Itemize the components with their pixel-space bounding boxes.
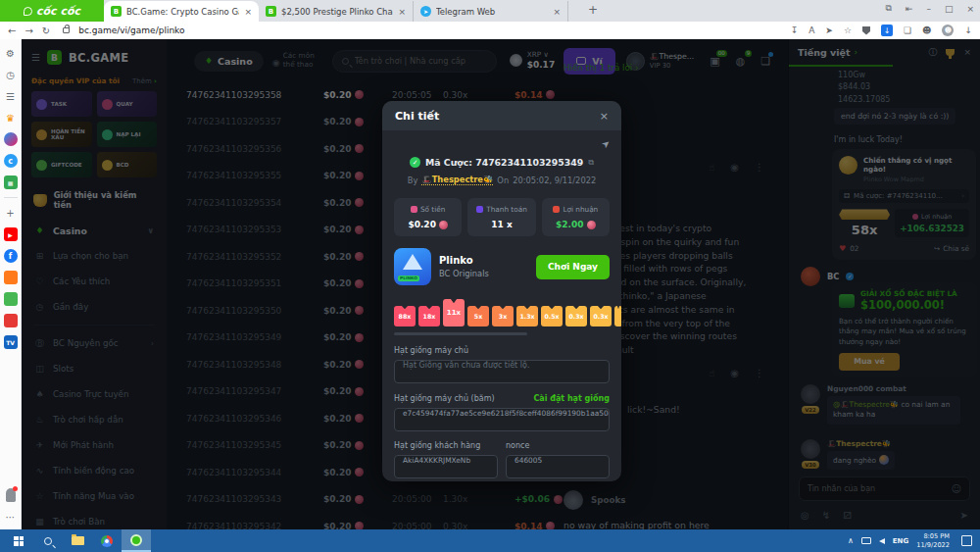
unread-dot	[13, 486, 18, 491]
stat-payout: Thanh toán 11 x	[467, 198, 535, 236]
share-icon[interactable]: ➤	[825, 25, 833, 35]
download-extension-icon[interactable]: ↓	[881, 25, 893, 36]
bookmark-star-icon[interactable]: ☆	[844, 25, 852, 35]
tab-close-icon[interactable]: ×	[553, 7, 561, 17]
input-language[interactable]: ENG	[893, 537, 908, 545]
reload-icon[interactable]: ↻	[42, 25, 50, 36]
profile-avatar[interactable]: ☻	[942, 25, 954, 36]
stat-profit: Lợi nhuận $2.00	[542, 198, 610, 236]
client-seed-field[interactable]: AkiA4XKKRJMXeNb	[394, 455, 498, 478]
server-seed-label: Hạt giống máy chủ	[394, 346, 468, 355]
taskbar-search-icon[interactable]	[33, 529, 63, 552]
tray-expand-icon[interactable]: ∧	[848, 536, 854, 545]
start-button[interactable]	[4, 529, 33, 552]
more-icon[interactable]: ⋯	[4, 510, 18, 524]
on-label: On	[497, 176, 509, 185]
coccoc-logo-icon	[24, 7, 32, 16]
new-tab-button[interactable]: +	[588, 3, 598, 17]
url-text[interactable]: bc.game/vi/game/plinko	[78, 25, 184, 35]
bet-id-value: 74762341103295349	[475, 157, 583, 168]
bet-details-modal: Chi tiết × ➤ ✓ Mã Cược: 7476234110329534…	[382, 101, 621, 481]
tab-close-icon[interactable]: ×	[398, 7, 406, 17]
multiplier-chip[interactable]: 5x	[467, 306, 489, 326]
facebook-icon[interactable]: f	[4, 249, 18, 263]
back-icon[interactable]: ←	[8, 25, 16, 36]
boss-key-icon[interactable]: ⇤	[906, 4, 913, 14]
minimize-button[interactable]: –	[926, 4, 931, 14]
extension-icon[interactable]: ❏	[904, 25, 911, 35]
chips-scrollbar[interactable]	[394, 332, 527, 335]
seed-settings-link[interactable]: Cài đặt hạt giống	[533, 394, 610, 403]
maximize-button[interactable]: □	[945, 4, 954, 14]
plinko-game-tile[interactable]: PLINKO	[394, 248, 431, 285]
translate-icon[interactable]: A	[808, 25, 814, 35]
bcgame-favicon: B	[111, 6, 122, 17]
save-page-icon[interactable]: ↧	[791, 25, 799, 35]
multiplier-chip[interactable]: 1.3x	[516, 306, 538, 326]
multiplier-chip[interactable]: 0.3x	[565, 306, 587, 326]
tab-close-icon[interactable]: ×	[244, 7, 252, 17]
player-link[interactable]: 🎩Thespectre🐝	[421, 175, 493, 185]
app-green-icon[interactable]	[4, 292, 18, 306]
app-orange-icon[interactable]	[4, 271, 18, 284]
downloads-icon[interactable]: ↓	[964, 25, 972, 35]
app-red-icon[interactable]	[4, 314, 18, 327]
multiplier-chip[interactable]: 0.5x	[541, 306, 563, 326]
taskbar-clock[interactable]: 8:05 PM 11/9/2022	[916, 532, 950, 550]
multiplier-chip[interactable]: 0.3x	[590, 306, 612, 326]
server-seed-field[interactable]: Hạt Giống vẫn chưa được tiết lộ.	[394, 360, 610, 383]
adblock-shield-icon[interactable]	[862, 26, 870, 35]
multiplier-chip[interactable]: 88x	[394, 306, 416, 326]
modal-close-icon[interactable]: ×	[600, 110, 609, 123]
copy-icon[interactable]: ⧉	[588, 158, 594, 168]
game-name: Plinko	[439, 255, 528, 266]
action-center-icon[interactable]	[961, 535, 972, 546]
pip-icon[interactable]: ⧉	[885, 3, 891, 14]
bet-id-label: Mã Cược:	[425, 157, 472, 168]
share-bet-icon[interactable]: ➤	[599, 137, 612, 151]
address-bar[interactable]: ← → ↻ bc.game/vi/game/plinko ↧ A ➤ ☆ ↓ ❏…	[0, 22, 980, 39]
multiplier-chip[interactable]: 3x	[492, 306, 514, 326]
play-now-button[interactable]: Chơi Ngay	[536, 255, 610, 279]
chrome-icon[interactable]	[92, 529, 122, 552]
people-icon[interactable]: ☻	[922, 25, 931, 35]
browser-tab[interactable]: BBC.Game: Crypto Casino Ga×	[104, 1, 259, 22]
tab-title: Telegram Web	[436, 7, 548, 17]
bet-timestamp: 20:05:02, 9/11/2022	[513, 176, 596, 185]
coccoc-sidebar: ⚙◷☰♛c▦+▶fTV⋯	[0, 39, 22, 529]
browser-tab[interactable]: B$2,500 Prestige Plinko Challe×	[259, 1, 414, 22]
lock-icon	[63, 27, 70, 33]
settings-icon[interactable]: ⚙	[4, 46, 18, 60]
verified-shield-icon: ✓	[410, 157, 420, 168]
close-button[interactable]: ×	[966, 4, 974, 14]
browser-chrome: cốc cốc BBC.Game: Crypto Casino Ga×B$2,5…	[0, 0, 980, 39]
volume-icon[interactable]	[879, 538, 885, 544]
payout-icon	[476, 206, 483, 213]
nonce-field[interactable]: 646005	[506, 455, 610, 478]
profit-icon	[553, 206, 560, 213]
by-label: By	[408, 176, 418, 185]
games-icon[interactable]: ▦	[4, 176, 18, 189]
multiplier-chip[interactable]: 18x	[418, 306, 440, 326]
coccoc-taskbar-icon[interactable]	[122, 529, 151, 552]
bcgame-favicon: B	[266, 6, 276, 17]
tab-title: $2,500 Prestige Plinko Challe	[281, 7, 393, 17]
messenger-icon[interactable]	[4, 132, 18, 146]
add-icon[interactable]: +	[4, 206, 18, 220]
forward-icon[interactable]: →	[24, 25, 32, 36]
file-explorer-icon[interactable]	[63, 529, 92, 552]
network-icon[interactable]	[861, 537, 871, 544]
multiplier-chip[interactable]: 11x	[443, 299, 465, 326]
coccoc-app-icon[interactable]: c	[4, 154, 18, 168]
reading-list-icon[interactable]: ☰	[4, 89, 18, 103]
history-icon[interactable]: ◷	[4, 68, 18, 81]
app-blue-icon[interactable]: TV	[4, 335, 18, 349]
server-seed-hash-field[interactable]: e7c459474fa77ae5ce9e6218f5f8ceff4086f991…	[394, 408, 610, 431]
coccoc-brand: cốc cốc	[0, 0, 104, 22]
browser-tab[interactable]: ➤Telegram Web×	[414, 1, 568, 22]
multiplier-chip-partial	[614, 306, 621, 326]
youtube-icon[interactable]: ▶	[4, 227, 18, 241]
windows-taskbar: ∧ ENG 8:05 PM 11/9/2022	[0, 529, 980, 552]
vip-crown-icon[interactable]: ♛	[4, 111, 18, 125]
notifications-bell-icon[interactable]	[6, 488, 16, 502]
